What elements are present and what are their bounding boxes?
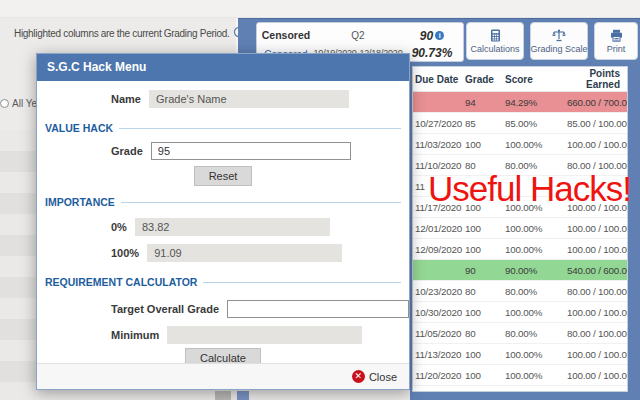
cell-due: 11/13/2020 bbox=[415, 349, 465, 360]
grades-table: Due Date Grade Score Points Earned 9494.… bbox=[412, 66, 628, 392]
cell-points: 85.00 / 100.00 bbox=[567, 118, 627, 129]
notice-text: Highlighted columns are the current Grad… bbox=[14, 28, 229, 39]
cell-due: 12/09/2020 bbox=[415, 244, 465, 255]
table-row[interactable]: 11/13/2020100100.00%100.00 / 100.00 bbox=[413, 344, 627, 365]
cell-due: 11/03/2020 bbox=[415, 139, 465, 150]
importance-100-field bbox=[147, 244, 342, 262]
cell-points: 100.00 / 100.00 bbox=[567, 370, 628, 381]
cell-points: 100.00 / 100.00 bbox=[567, 139, 628, 150]
cell-due: 12/01/2020 bbox=[415, 223, 465, 234]
cell-score: 100.00% bbox=[505, 307, 567, 318]
table-row[interactable]: 12/01/2020100100.00%100.00 / 100.00 bbox=[413, 218, 627, 239]
term-label: Q2 bbox=[311, 30, 405, 41]
cell-grade: 85 bbox=[465, 118, 505, 129]
cell-due: 11/20/2020 bbox=[415, 370, 465, 381]
grades-table-body: 9494.29%660.00 / 700.0010/27/20208585.00… bbox=[413, 92, 627, 386]
hack-menu-modal: S.G.C Hack Menu Name VALUE HACK Grade Re… bbox=[36, 53, 410, 390]
name-field bbox=[149, 90, 349, 108]
target-overall-grade-field[interactable] bbox=[227, 300, 409, 318]
reset-button[interactable]: Reset bbox=[194, 166, 253, 186]
grade-field[interactable] bbox=[151, 142, 351, 160]
cell-grade: 100 bbox=[465, 307, 505, 318]
table-header-row: Due Date Grade Score Points Earned bbox=[413, 67, 627, 92]
cell-grade: 94 bbox=[465, 97, 505, 108]
table-row[interactable]: 9494.29%660.00 / 700.00 bbox=[413, 92, 627, 113]
cell-score: 80.00% bbox=[505, 286, 567, 297]
cell-grade: 80 bbox=[465, 286, 505, 297]
cell-score: 80.00% bbox=[505, 328, 567, 339]
cell-points: 660.00 / 700.00 bbox=[567, 97, 628, 108]
cell-score: 90.00% bbox=[505, 265, 567, 276]
table-row[interactable]: 9090.00%540.00 / 600.00 bbox=[413, 260, 627, 281]
cell-score: 100.00% bbox=[505, 139, 567, 150]
grading-scale-label: Grading Scale bbox=[530, 44, 587, 54]
section-importance: IMPORTANCE bbox=[37, 196, 409, 208]
cell-points: 80.00 / 100.00 bbox=[567, 286, 627, 297]
importance-0-label: 0% bbox=[111, 221, 127, 233]
course-name: Censored bbox=[261, 29, 311, 41]
grading-scale-button[interactable]: Grading Scale bbox=[530, 22, 588, 60]
cell-score: 100.00% bbox=[505, 370, 567, 381]
cell-grade: 100 bbox=[465, 223, 505, 234]
cell-score: 100.00% bbox=[505, 349, 567, 360]
importance-100-label: 100% bbox=[111, 247, 139, 259]
table-row[interactable]: 10/23/20208080.00%80.00 / 100.00 bbox=[413, 281, 627, 302]
cell-points: 100.00 / 100.00 bbox=[567, 349, 628, 360]
overall-percent: 90.73% bbox=[405, 46, 459, 60]
radio-icon[interactable] bbox=[0, 99, 9, 108]
top-strip bbox=[0, 0, 640, 18]
cell-grade: 100 bbox=[465, 370, 505, 381]
header-due-date: Due Date bbox=[415, 74, 465, 85]
cell-grade: 100 bbox=[465, 139, 505, 150]
cell-grade: 100 bbox=[465, 244, 505, 255]
table-row[interactable]: 12/09/2020100100.00%100.00 / 100.00 bbox=[413, 239, 627, 260]
printer-icon bbox=[610, 29, 623, 42]
overall-grade: 90 bbox=[420, 29, 433, 43]
calculations-label: Calculations bbox=[470, 44, 519, 54]
bottom-grey-fragment bbox=[215, 391, 231, 400]
section-value-hack: VALUE HACK bbox=[37, 122, 409, 134]
cell-score: 100.00% bbox=[505, 244, 567, 255]
calculator-icon bbox=[489, 29, 502, 42]
table-row[interactable]: 10/27/20208585.00%85.00 / 100.00 bbox=[413, 113, 627, 134]
close-button[interactable]: ✕ Close bbox=[352, 370, 397, 383]
target-overall-grade-label: Target Overall Grade bbox=[111, 303, 219, 315]
table-row[interactable]: 11/05/20208080.00%80.00 / 100.00 bbox=[413, 323, 627, 344]
cell-points: 100.00 / 100.00 bbox=[567, 244, 628, 255]
calculations-button[interactable]: Calculations bbox=[466, 22, 524, 60]
minimum-field bbox=[167, 326, 362, 344]
cell-grade: 80 bbox=[465, 328, 505, 339]
importance-0-field bbox=[135, 218, 330, 236]
cell-grade: 100 bbox=[465, 349, 505, 360]
print-button[interactable]: Print bbox=[594, 22, 638, 60]
table-row[interactable]: 11/03/2020100100.00%100.00 / 100.00 bbox=[413, 134, 627, 155]
useful-hacks-overlay: Useful Hacks! bbox=[428, 169, 631, 209]
header-points-earned: Points Earned bbox=[567, 68, 620, 90]
section-requirement-calculator: REQUIREMENT CALCULATOR bbox=[37, 276, 409, 288]
cell-points: 80.00 / 100.00 bbox=[567, 328, 627, 339]
cell-points: 100.00 / 100.00 bbox=[567, 223, 628, 234]
cell-score: 85.00% bbox=[505, 118, 567, 129]
header-grade: Grade bbox=[465, 74, 505, 85]
info-icon[interactable]: i bbox=[435, 31, 444, 40]
header-score: Score bbox=[505, 74, 567, 85]
cell-score: 100.00% bbox=[505, 223, 567, 234]
modal-title[interactable]: S.G.C Hack Menu bbox=[37, 54, 409, 81]
cell-score: 94.29% bbox=[505, 97, 567, 108]
bottom-blue-fragment bbox=[237, 391, 249, 400]
cell-due: 10/27/2020 bbox=[415, 118, 465, 129]
cell-due: 11/05/2020 bbox=[415, 328, 465, 339]
minimum-label: Minimum bbox=[111, 329, 159, 341]
cell-due: 10/30/2020 bbox=[415, 307, 465, 318]
table-row[interactable]: 10/30/2020100100.00%100.00 / 100.00 bbox=[413, 302, 627, 323]
print-label: Print bbox=[607, 44, 626, 54]
cell-grade: 90 bbox=[465, 265, 505, 276]
cell-due: 10/23/2020 bbox=[415, 286, 465, 297]
cell-points: 540.00 / 600.00 bbox=[567, 265, 628, 276]
grading-period-notice: Highlighted columns are the current Grad… bbox=[14, 24, 245, 42]
modal-footer: ✕ Close bbox=[37, 363, 409, 389]
app-screen: Highlighted columns are the current Grad… bbox=[0, 0, 640, 400]
name-label: Name bbox=[111, 93, 141, 105]
balance-scale-icon bbox=[552, 29, 566, 42]
table-row[interactable]: 11/20/2020100100.00%100.00 / 100.00 bbox=[413, 365, 627, 386]
